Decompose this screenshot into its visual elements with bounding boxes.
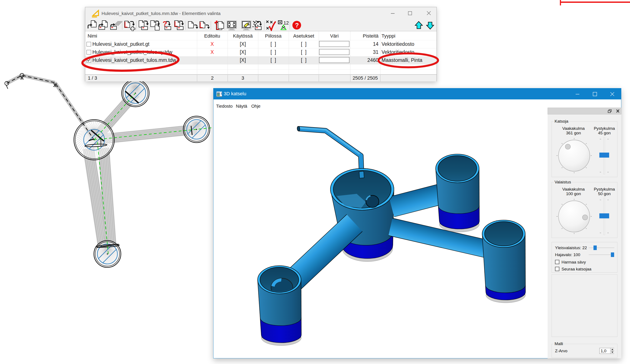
svg-text:?: ? (295, 22, 299, 29)
svg-text:12: 12 (284, 20, 289, 26)
